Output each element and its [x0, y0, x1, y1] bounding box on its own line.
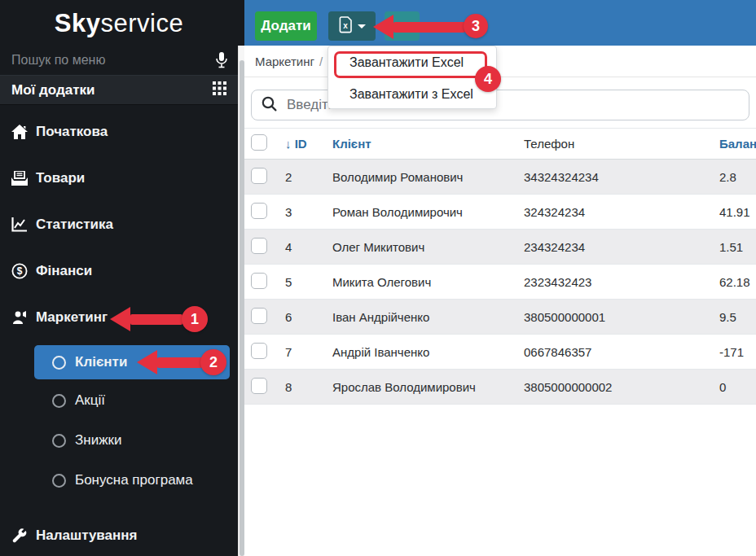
column-header-phone[interactable]: Телефон	[517, 137, 713, 151]
row-checkbox[interactable]	[251, 238, 267, 254]
products-icon	[10, 169, 29, 187]
sidebar-subitem-discounts[interactable]: Знижки	[34, 422, 230, 458]
sidebar-subitem-promotions[interactable]: Акції	[34, 383, 230, 418]
table-row[interactable]: 3 Роман Володимирочич 324324234 41.91	[244, 195, 756, 230]
finance-dollar-icon: $	[10, 262, 29, 280]
apps-grid-icon	[213, 81, 226, 99]
subitem-label: Акції	[75, 392, 105, 409]
cell-id: 6	[279, 310, 326, 324]
radio-circle-icon	[52, 434, 66, 448]
microphone-icon[interactable]	[215, 52, 228, 68]
menu-item-upload-from-excel[interactable]: Завантажити з Excel	[328, 78, 496, 110]
brand-bold: Sky	[55, 9, 101, 38]
table-row[interactable]: 4 Олег Микитович 234324234 1.51	[244, 230, 756, 265]
sidebar-item-products[interactable]: Товари	[0, 160, 238, 196]
table-row[interactable]: 6 Іван Андрійченко 380500000001 9.5	[244, 300, 756, 335]
search-icon	[262, 96, 277, 115]
app-window: Skyservice Мої додатки Початкова	[0, 0, 756, 556]
svg-text:$: $	[17, 265, 23, 277]
column-header-client[interactable]: Клієнт	[326, 137, 517, 151]
row-checkbox[interactable]	[251, 343, 267, 359]
table-row[interactable]: 5 Микита Олегович 2323432423 62.18	[244, 265, 756, 300]
radio-circle-icon	[52, 474, 66, 488]
marketing-person-icon	[10, 309, 29, 326]
chevron-down-icon	[358, 24, 366, 28]
brand-light: service	[100, 9, 183, 38]
wrench-icon	[10, 527, 29, 545]
cell-phone: 380500000001	[517, 310, 713, 324]
table-search-box	[251, 90, 749, 120]
sidebar-item-home[interactable]: Початкова	[0, 114, 238, 150]
main-content: Додати x + Маркетинг / Клієнти	[244, 0, 756, 556]
sidebar-item-marketing[interactable]: Маркетинг	[0, 300, 238, 335]
table-row[interactable]: 8 Ярослав Володимирович 3805000000002 0	[244, 370, 756, 405]
sidebar-search	[0, 46, 238, 75]
subitem-label: Клієнти	[75, 354, 127, 370]
cell-balance: 1.51	[713, 240, 756, 254]
radio-circle-icon	[52, 394, 66, 408]
row-checkbox[interactable]	[251, 168, 267, 184]
cell-balance: 9.5	[713, 310, 756, 324]
sidebar-subitem-bonus-program[interactable]: Бонусна програма	[34, 462, 230, 498]
cell-balance: 0	[713, 380, 756, 394]
table-row[interactable]: 2 Володимир Романович 34324324234 2.8	[244, 160, 756, 195]
sidebar-item-label: Маркетинг	[36, 309, 108, 326]
cell-phone: 3805000000002	[517, 380, 713, 394]
menu-item-download-excel[interactable]: Завантажити Excel	[328, 46, 496, 78]
sidebar-item-label: Товари	[36, 170, 85, 186]
cell-balance: -171	[713, 345, 756, 359]
excel-dropdown-menu: Завантажити Excel Завантажити з Excel	[327, 46, 497, 109]
brand-logo: Skyservice	[0, 5, 238, 42]
sidebar-item-label: Налаштування	[36, 528, 138, 544]
home-icon	[10, 123, 29, 141]
cell-id: 2	[279, 170, 326, 184]
cell-id: 7	[279, 345, 326, 359]
cell-phone: 2323432423	[517, 275, 713, 289]
breadcrumb: Маркетинг / Клієнти	[244, 46, 756, 77]
sidebar-subitem-clients[interactable]: Клієнти	[34, 345, 230, 379]
cell-client: Андрій Іванченко	[326, 345, 517, 359]
column-header-balance[interactable]: Баланс	[713, 137, 756, 151]
cell-id: 3	[279, 205, 326, 219]
table-search-section	[244, 77, 756, 129]
subitem-label: Бонусна програма	[75, 472, 193, 488]
sidebar-scrollbar[interactable]	[238, 46, 244, 556]
cell-client: Микита Олегович	[326, 275, 517, 289]
radio-circle-icon	[52, 356, 66, 370]
row-checkbox[interactable]	[251, 203, 267, 219]
row-checkbox[interactable]	[251, 273, 267, 289]
sidebar-item-statistics[interactable]: Статистика	[0, 207, 238, 243]
cell-balance: 2.8	[713, 170, 756, 184]
table-row[interactable]: 7 Андрій Іванченко 0667846357 -171	[244, 335, 756, 370]
row-checkbox[interactable]	[251, 308, 267, 324]
add-button[interactable]: Додати	[255, 11, 317, 41]
table-header: ↓ ID Клієнт Телефон Баланс	[244, 129, 756, 160]
select-all-checkbox[interactable]	[251, 134, 267, 151]
stats-chart-icon	[10, 216, 29, 234]
cell-phone: 234324234	[517, 240, 713, 254]
cell-id: 5	[279, 275, 326, 289]
sidebar-item-finance[interactable]: $ Фінанси	[0, 253, 238, 289]
cell-id: 4	[279, 240, 326, 254]
sidebar-item-my-apps[interactable]: Мої додатки	[0, 75, 238, 105]
topbar: Додати x +	[244, 0, 756, 46]
my-apps-label: Мої додатки	[11, 82, 95, 99]
sidebar: Skyservice Мої додатки Початкова	[0, 0, 238, 556]
row-checkbox[interactable]	[251, 378, 267, 394]
sidebar-corner	[238, 0, 244, 46]
cell-phone: 0667846357	[517, 345, 713, 359]
sort-descending-icon: ↓	[285, 137, 292, 151]
breadcrumb-marketing[interactable]: Маркетинг	[255, 55, 314, 68]
cell-client: Іван Андрійченко	[326, 310, 517, 324]
sidebar-item-settings[interactable]: Налаштування	[0, 518, 238, 554]
sidebar-item-label: Початкова	[36, 124, 108, 140]
sidebar-item-label: Статистика	[36, 217, 113, 233]
cell-phone: 324324234	[517, 205, 713, 219]
column-header-id[interactable]: ↓ ID	[279, 137, 326, 151]
cell-balance: 62.18	[713, 275, 756, 289]
excel-dropdown-button[interactable]: x	[328, 11, 376, 41]
svg-text:x: x	[343, 21, 348, 30]
excel-upload-button[interactable]: +	[385, 11, 420, 41]
cell-client: Ярослав Володимирович	[326, 380, 517, 394]
menu-search-input[interactable]	[10, 52, 215, 68]
